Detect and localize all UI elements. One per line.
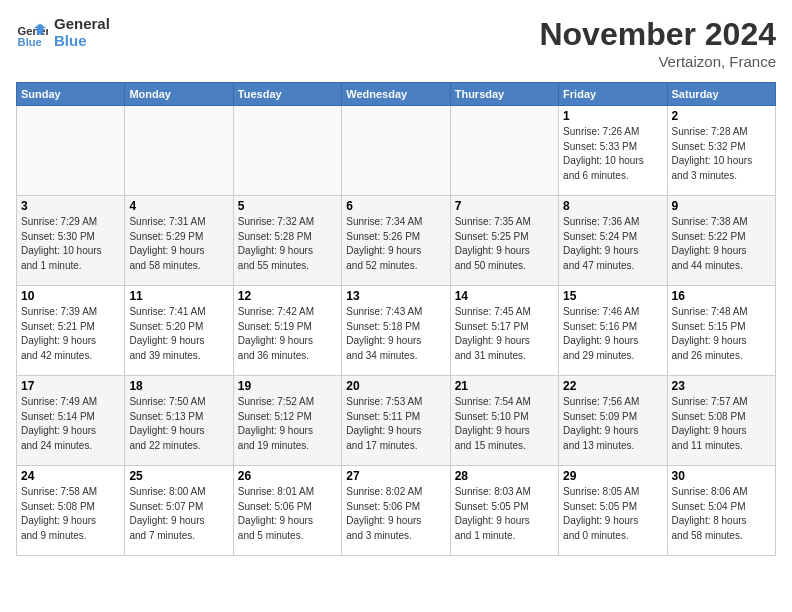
day-info: Sunrise: 7:43 AM Sunset: 5:18 PM Dayligh… <box>346 305 445 363</box>
day-info: Sunrise: 7:45 AM Sunset: 5:17 PM Dayligh… <box>455 305 554 363</box>
day-number: 30 <box>672 469 771 483</box>
month-title: November 2024 <box>539 16 776 53</box>
day-info: Sunrise: 7:56 AM Sunset: 5:09 PM Dayligh… <box>563 395 662 453</box>
calendar-cell: 8Sunrise: 7:36 AM Sunset: 5:24 PM Daylig… <box>559 196 667 286</box>
calendar-cell: 1Sunrise: 7:26 AM Sunset: 5:33 PM Daylig… <box>559 106 667 196</box>
week-row-5: 24Sunrise: 7:58 AM Sunset: 5:08 PM Dayli… <box>17 466 776 556</box>
day-number: 27 <box>346 469 445 483</box>
calendar-cell: 29Sunrise: 8:05 AM Sunset: 5:05 PM Dayli… <box>559 466 667 556</box>
day-info: Sunrise: 8:01 AM Sunset: 5:06 PM Dayligh… <box>238 485 337 543</box>
day-number: 26 <box>238 469 337 483</box>
day-info: Sunrise: 7:35 AM Sunset: 5:25 PM Dayligh… <box>455 215 554 273</box>
day-number: 15 <box>563 289 662 303</box>
day-number: 10 <box>21 289 120 303</box>
logo-general: General <box>54 16 110 33</box>
calendar-cell: 19Sunrise: 7:52 AM Sunset: 5:12 PM Dayli… <box>233 376 341 466</box>
day-number: 16 <box>672 289 771 303</box>
day-info: Sunrise: 7:48 AM Sunset: 5:15 PM Dayligh… <box>672 305 771 363</box>
day-info: Sunrise: 7:28 AM Sunset: 5:32 PM Dayligh… <box>672 125 771 183</box>
day-info: Sunrise: 8:03 AM Sunset: 5:05 PM Dayligh… <box>455 485 554 543</box>
calendar-cell: 23Sunrise: 7:57 AM Sunset: 5:08 PM Dayli… <box>667 376 775 466</box>
day-info: Sunrise: 7:46 AM Sunset: 5:16 PM Dayligh… <box>563 305 662 363</box>
day-number: 25 <box>129 469 228 483</box>
weekday-header-tuesday: Tuesday <box>233 83 341 106</box>
calendar-cell: 4Sunrise: 7:31 AM Sunset: 5:29 PM Daylig… <box>125 196 233 286</box>
page-header: General Blue General Blue November 2024 … <box>16 16 776 70</box>
day-number: 21 <box>455 379 554 393</box>
calendar-cell: 14Sunrise: 7:45 AM Sunset: 5:17 PM Dayli… <box>450 286 558 376</box>
calendar-cell: 17Sunrise: 7:49 AM Sunset: 5:14 PM Dayli… <box>17 376 125 466</box>
calendar-cell: 6Sunrise: 7:34 AM Sunset: 5:26 PM Daylig… <box>342 196 450 286</box>
day-info: Sunrise: 7:39 AM Sunset: 5:21 PM Dayligh… <box>21 305 120 363</box>
day-info: Sunrise: 7:32 AM Sunset: 5:28 PM Dayligh… <box>238 215 337 273</box>
logo: General Blue General Blue <box>16 16 110 49</box>
day-info: Sunrise: 8:05 AM Sunset: 5:05 PM Dayligh… <box>563 485 662 543</box>
calendar-cell: 15Sunrise: 7:46 AM Sunset: 5:16 PM Dayli… <box>559 286 667 376</box>
day-info: Sunrise: 7:29 AM Sunset: 5:30 PM Dayligh… <box>21 215 120 273</box>
day-info: Sunrise: 7:38 AM Sunset: 5:22 PM Dayligh… <box>672 215 771 273</box>
calendar-cell: 18Sunrise: 7:50 AM Sunset: 5:13 PM Dayli… <box>125 376 233 466</box>
day-info: Sunrise: 7:34 AM Sunset: 5:26 PM Dayligh… <box>346 215 445 273</box>
day-info: Sunrise: 8:06 AM Sunset: 5:04 PM Dayligh… <box>672 485 771 543</box>
weekday-header-friday: Friday <box>559 83 667 106</box>
calendar-cell: 13Sunrise: 7:43 AM Sunset: 5:18 PM Dayli… <box>342 286 450 376</box>
weekday-header-row: SundayMondayTuesdayWednesdayThursdayFrid… <box>17 83 776 106</box>
calendar-cell: 25Sunrise: 8:00 AM Sunset: 5:07 PM Dayli… <box>125 466 233 556</box>
day-number: 18 <box>129 379 228 393</box>
day-number: 3 <box>21 199 120 213</box>
day-number: 8 <box>563 199 662 213</box>
calendar-table: SundayMondayTuesdayWednesdayThursdayFrid… <box>16 82 776 556</box>
weekday-header-thursday: Thursday <box>450 83 558 106</box>
day-info: Sunrise: 7:31 AM Sunset: 5:29 PM Dayligh… <box>129 215 228 273</box>
calendar-cell: 9Sunrise: 7:38 AM Sunset: 5:22 PM Daylig… <box>667 196 775 286</box>
calendar-cell: 24Sunrise: 7:58 AM Sunset: 5:08 PM Dayli… <box>17 466 125 556</box>
day-number: 9 <box>672 199 771 213</box>
day-info: Sunrise: 7:36 AM Sunset: 5:24 PM Dayligh… <box>563 215 662 273</box>
day-info: Sunrise: 7:53 AM Sunset: 5:11 PM Dayligh… <box>346 395 445 453</box>
day-number: 19 <box>238 379 337 393</box>
day-number: 14 <box>455 289 554 303</box>
week-row-4: 17Sunrise: 7:49 AM Sunset: 5:14 PM Dayli… <box>17 376 776 466</box>
calendar-cell: 10Sunrise: 7:39 AM Sunset: 5:21 PM Dayli… <box>17 286 125 376</box>
day-number: 4 <box>129 199 228 213</box>
day-info: Sunrise: 7:54 AM Sunset: 5:10 PM Dayligh… <box>455 395 554 453</box>
calendar-cell: 5Sunrise: 7:32 AM Sunset: 5:28 PM Daylig… <box>233 196 341 286</box>
day-info: Sunrise: 8:02 AM Sunset: 5:06 PM Dayligh… <box>346 485 445 543</box>
calendar-cell: 30Sunrise: 8:06 AM Sunset: 5:04 PM Dayli… <box>667 466 775 556</box>
day-info: Sunrise: 7:57 AM Sunset: 5:08 PM Dayligh… <box>672 395 771 453</box>
calendar-cell <box>450 106 558 196</box>
day-info: Sunrise: 7:52 AM Sunset: 5:12 PM Dayligh… <box>238 395 337 453</box>
calendar-cell <box>233 106 341 196</box>
day-info: Sunrise: 7:41 AM Sunset: 5:20 PM Dayligh… <box>129 305 228 363</box>
day-number: 24 <box>21 469 120 483</box>
day-number: 23 <box>672 379 771 393</box>
day-info: Sunrise: 7:58 AM Sunset: 5:08 PM Dayligh… <box>21 485 120 543</box>
day-number: 17 <box>21 379 120 393</box>
calendar-cell: 7Sunrise: 7:35 AM Sunset: 5:25 PM Daylig… <box>450 196 558 286</box>
calendar-cell: 11Sunrise: 7:41 AM Sunset: 5:20 PM Dayli… <box>125 286 233 376</box>
day-number: 20 <box>346 379 445 393</box>
day-number: 11 <box>129 289 228 303</box>
calendar-cell <box>342 106 450 196</box>
week-row-1: 1Sunrise: 7:26 AM Sunset: 5:33 PM Daylig… <box>17 106 776 196</box>
calendar-cell: 3Sunrise: 7:29 AM Sunset: 5:30 PM Daylig… <box>17 196 125 286</box>
weekday-header-sunday: Sunday <box>17 83 125 106</box>
day-number: 1 <box>563 109 662 123</box>
calendar-cell <box>17 106 125 196</box>
weekday-header-monday: Monday <box>125 83 233 106</box>
calendar-cell: 12Sunrise: 7:42 AM Sunset: 5:19 PM Dayli… <box>233 286 341 376</box>
day-info: Sunrise: 8:00 AM Sunset: 5:07 PM Dayligh… <box>129 485 228 543</box>
calendar-cell: 20Sunrise: 7:53 AM Sunset: 5:11 PM Dayli… <box>342 376 450 466</box>
day-number: 5 <box>238 199 337 213</box>
weekday-header-saturday: Saturday <box>667 83 775 106</box>
day-info: Sunrise: 7:26 AM Sunset: 5:33 PM Dayligh… <box>563 125 662 183</box>
calendar-cell: 26Sunrise: 8:01 AM Sunset: 5:06 PM Dayli… <box>233 466 341 556</box>
calendar-cell <box>125 106 233 196</box>
calendar-cell: 22Sunrise: 7:56 AM Sunset: 5:09 PM Dayli… <box>559 376 667 466</box>
logo-blue: Blue <box>54 33 110 50</box>
weekday-header-wednesday: Wednesday <box>342 83 450 106</box>
calendar-cell: 28Sunrise: 8:03 AM Sunset: 5:05 PM Dayli… <box>450 466 558 556</box>
location-subtitle: Vertaizon, France <box>539 53 776 70</box>
week-row-2: 3Sunrise: 7:29 AM Sunset: 5:30 PM Daylig… <box>17 196 776 286</box>
day-number: 13 <box>346 289 445 303</box>
